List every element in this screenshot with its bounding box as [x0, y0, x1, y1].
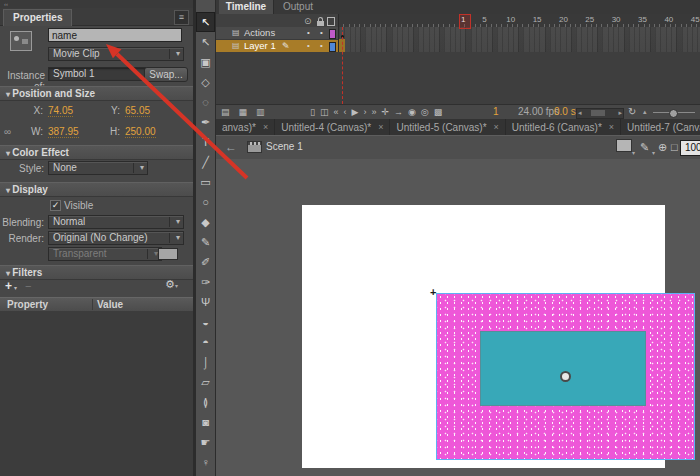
lock-all-layers-icon[interactable] [317, 21, 324, 26]
collapse-panel-icon[interactable]: ‹‹ [4, 1, 8, 7]
link-width-height-icon[interactable]: ∞ [4, 126, 11, 137]
scroll-right-icon[interactable]: ▸ [618, 106, 622, 120]
camera-toggle-button[interactable]: ◫ [320, 105, 329, 119]
ink-bottle-tool[interactable]: ◓ [196, 332, 215, 352]
tab-output[interactable]: Output [274, 0, 322, 14]
brush-tool[interactable]: ✐ [196, 252, 215, 272]
free-transform-tool[interactable]: ▣ [196, 52, 215, 72]
gradient-transform-tool[interactable]: ◇ [196, 72, 215, 92]
column-property[interactable]: Property [7, 298, 48, 311]
stage-pasteboard[interactable]: + [216, 159, 700, 476]
last-frame-button[interactable]: » [371, 105, 376, 119]
timeline-zoom-slider[interactable] [653, 112, 695, 113]
column-divider[interactable] [92, 299, 93, 310]
reset-zoom-icon[interactable]: ↻ [628, 105, 636, 119]
close-tab-icon[interactable]: × [609, 122, 614, 132]
section-color-effect[interactable]: Color Effect [0, 145, 199, 160]
layer-row-layer-1[interactable]: ▤Layer 1✎•• [216, 40, 338, 53]
edit-multiple-frames-button[interactable]: ▩ [434, 105, 443, 119]
style-dropdown[interactable]: None [48, 161, 148, 175]
h-value[interactable]: 250.00 [125, 126, 156, 138]
center-stage-icon[interactable]: ⊕ [658, 136, 667, 158]
onion-skin-outlines-button[interactable]: ◎ [421, 105, 429, 119]
layer-visibility-dot[interactable]: • [307, 27, 310, 39]
selection-tool[interactable]: ↖ [196, 12, 215, 32]
close-tab-icon[interactable]: × [378, 122, 383, 132]
document-tab[interactable]: anvas)*× [216, 119, 275, 135]
add-filter-icon[interactable]: + [5, 279, 12, 293]
zoom-slider-knob[interactable] [669, 109, 678, 118]
rectangle-tool[interactable]: ▭ [196, 172, 215, 192]
frame-ruler[interactable]: 15101520253035404550556065 [338, 14, 700, 27]
edit-symbols-icon[interactable]: ✎ [640, 136, 649, 158]
stage-canvas[interactable]: + [302, 205, 665, 468]
layer-visibility-dot[interactable]: • [307, 40, 310, 52]
instance-name-input[interactable] [48, 28, 182, 42]
instance-of-field[interactable]: Symbol 1 [48, 67, 146, 81]
new-folder-button[interactable]: ▦ [239, 105, 248, 119]
tab-properties[interactable]: Properties [3, 9, 72, 26]
first-frame-button[interactable]: « [333, 105, 338, 119]
close-tab-icon[interactable]: × [263, 122, 268, 132]
layer-name[interactable]: Actions [244, 27, 275, 39]
layer-outline-color-swatch[interactable] [329, 42, 336, 52]
pen-tool[interactable]: ✒ [196, 112, 215, 132]
scrollbar-thumb[interactable] [591, 110, 605, 116]
play-button[interactable]: ▶ [351, 105, 358, 119]
add-filter-caret-icon[interactable]: ▾ [14, 284, 17, 291]
y-value[interactable]: 65.05 [125, 105, 150, 117]
eraser-tool[interactable]: ▱ [196, 372, 215, 392]
tab-timeline[interactable]: Timeline [219, 0, 274, 14]
transformation-point-icon[interactable] [560, 371, 571, 382]
paint-bucket-tool[interactable]: ◒ [196, 312, 215, 332]
outline-all-layers-icon[interactable] [327, 17, 335, 26]
delete-layer-button[interactable]: ▥ [256, 105, 265, 119]
section-position-and-size[interactable]: Position and Size [0, 86, 199, 101]
line-tool[interactable]: ╱ [196, 152, 215, 172]
lasso-tool[interactable]: ◌ [196, 92, 215, 112]
insert-keyframe-button[interactable]: ✛ [381, 105, 389, 119]
camera-tool[interactable]: ◙ [196, 412, 215, 432]
width-tool[interactable]: ≬ [196, 392, 215, 412]
inner-rectangle-shape[interactable] [480, 331, 646, 406]
polystar-tool[interactable]: ◆ [196, 212, 215, 232]
scene-name-label[interactable]: Scene 1 [266, 136, 303, 158]
background-color-swatch[interactable] [158, 248, 178, 260]
frames-grid[interactable] [339, 27, 700, 52]
scroll-left-icon[interactable]: ◂ [578, 106, 582, 120]
bone-tool[interactable]: Ψ [196, 292, 215, 312]
step-back-button[interactable]: ‹ [343, 105, 346, 119]
edit-scene-icon[interactable] [616, 139, 632, 152]
clip-content-icon[interactable]: □ [671, 136, 678, 158]
close-tab-icon[interactable]: × [494, 122, 499, 132]
hand-tool[interactable]: ☛ [196, 432, 215, 452]
timeline-scrollbar[interactable]: ◂ ▸ [576, 108, 624, 119]
extend-frames-button[interactable]: → [394, 105, 403, 119]
layer-outline-color-swatch[interactable] [329, 29, 336, 39]
filter-options-button[interactable]: ⚙▾ [165, 278, 191, 293]
zoom-tool[interactable]: ♀ [196, 452, 215, 472]
step-forward-button[interactable]: › [363, 105, 366, 119]
w-value[interactable]: 387.95 [48, 126, 79, 138]
document-tab[interactable]: Untitled-7 (Canvas)*× [621, 119, 700, 135]
center-frame-button[interactable]: ▯ [310, 105, 315, 119]
text-tool[interactable]: T [196, 132, 215, 152]
visible-checkbox[interactable]: ✓ [50, 200, 61, 211]
render-dropdown[interactable]: Original (No Change) [48, 231, 184, 245]
blending-dropdown[interactable]: Normal [48, 215, 184, 229]
playhead-line[interactable] [342, 27, 343, 104]
symbol-type-dropdown[interactable]: Movie Clip [48, 47, 184, 61]
section-display[interactable]: Display [0, 182, 199, 197]
layer-lock-dot[interactable]: • [320, 27, 323, 39]
panel-menu-icon[interactable]: ≡ [174, 10, 189, 25]
stage-zoom-input[interactable]: 100 [680, 140, 700, 156]
document-tab[interactable]: Untitled-5 (Canvas)*× [390, 119, 505, 135]
remove-filter-icon[interactable]: − [25, 280, 31, 292]
show-hide-all-layers-icon[interactable]: ⊙ [304, 16, 312, 26]
new-layer-button[interactable]: ▤ [221, 105, 230, 119]
subselection-tool[interactable]: ↖ [196, 32, 215, 52]
document-tab[interactable]: Untitled-4 (Canvas)*× [275, 119, 390, 135]
document-tab[interactable]: Untitled-6 (Canvas)*× [506, 119, 621, 135]
oval-tool[interactable]: ○ [196, 192, 215, 212]
layer-lock-dot[interactable]: • [320, 40, 323, 52]
